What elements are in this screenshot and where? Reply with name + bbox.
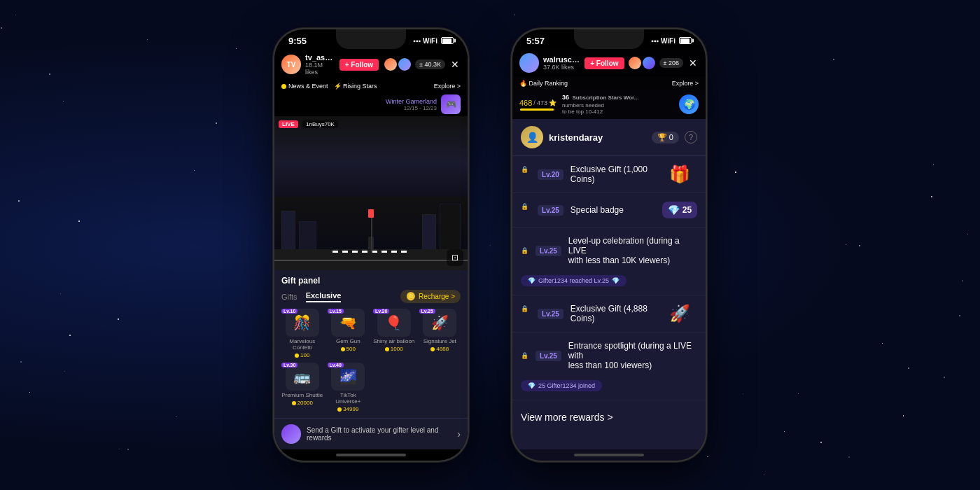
recharge-button[interactable]: 🪙 Recharge > — [400, 290, 461, 303]
reward-item-3: 🔒 Lv.25 Level-up celebration (during a L… — [512, 227, 706, 295]
explore-button-1[interactable]: Explore > — [434, 83, 461, 90]
close-button-1[interactable]: ✕ — [449, 57, 461, 71]
reward-level-2: Lv.25 — [538, 205, 564, 216]
reward-row-3: 🔒 Lv.25 Level-up celebration (during a L… — [521, 236, 697, 265]
avatar-2 — [519, 53, 539, 73]
sub-total: 473 — [537, 99, 547, 106]
close-button-2[interactable]: ✕ — [687, 56, 699, 70]
username-1: tv_asahi... — [305, 53, 335, 62]
reward-desc-4: Exclusive Gift (4,888 Coins) — [570, 304, 655, 323]
reward-level-1: Lv.20 — [538, 169, 564, 180]
copy-button[interactable]: ⊡ — [447, 249, 463, 266]
rewards-user-header: 👤 kristendaray 🏆 0 ? — [512, 119, 706, 156]
recharge-label: Recharge > — [419, 293, 455, 300]
street-scene — [274, 116, 468, 270]
sub-badge-count: 36 Subscription Stars Wor... — [562, 94, 673, 101]
likes-2: 37.6K likes — [543, 64, 580, 71]
gift-level-1: Lv.15 — [328, 309, 344, 314]
status-icons-2: ▪▪▪ WiFi — [651, 37, 692, 45]
sub-progress-area: 36 Subscription Stars Wor... numbers nee… — [562, 94, 673, 115]
sub-desc: Subscription Stars Wor... — [572, 94, 638, 101]
reward-item-5: 🔒 Lv.25 Entrance spotlight (during a LIV… — [512, 332, 706, 400]
user-info-2: walruscarp 37.6K likes — [543, 55, 580, 71]
gift-level-2: Lv.20 — [373, 309, 389, 314]
star-icon: ⭐ — [549, 99, 556, 106]
reward-item-2: 🔒 Lv.25 Special badge 💎 25 — [512, 193, 706, 227]
viewer-overlay: 1nBuys70K — [302, 120, 338, 128]
home-indicator-1 — [274, 449, 468, 461]
username-2: walruscarp — [543, 55, 580, 64]
notif-gem-icon-5: 💎 — [528, 382, 536, 389]
notif-gem-icon-3: 💎 — [528, 277, 536, 284]
gift-item-4[interactable]: Lv.30 🚌 Premium Shuttle 20000 — [281, 363, 323, 412]
likes-1: 18.1M likes — [305, 62, 335, 76]
gift-cta[interactable]: Send a Gift to activate your gifter leve… — [274, 418, 468, 449]
reward-level-4: Lv.25 — [538, 309, 564, 319]
reward-item-1: 🔒 Lv.20 Exclusive Gift (1,000 Coins) 🎁 — [512, 156, 706, 193]
video-scene — [274, 116, 468, 270]
follow-button-2[interactable]: + Follow — [584, 57, 624, 69]
subscription-banner: 468 / 473 ⭐ 36 Subscription Stars Wor... — [512, 90, 706, 119]
lock-icon-3: 🔒 — [521, 247, 528, 254]
gift-item-1[interactable]: Lv.15 🔫 Gem Gun 500 — [328, 309, 370, 358]
level-badge: 🏆 0 — [652, 132, 679, 144]
phone-2: 5:57 ▪▪▪ WiFi walruscarp 37.6K likes — [511, 28, 707, 462]
phone-1: 9:55 ▪▪▪ WiFi TV tv_asahi... 18.1M likes — [273, 28, 469, 462]
help-icon[interactable]: ? — [685, 131, 697, 144]
reward-icon-1: 🎁 — [662, 164, 697, 184]
gift-name-0: Marvelous Confetti — [281, 338, 323, 351]
gift-name-5: TikTok Universe+ — [328, 392, 370, 405]
tag-news-label: News & Event — [288, 83, 328, 90]
cta-arrow-icon: › — [457, 428, 461, 440]
tags-bar-1: News & Event ⚡ Rising Stars Explore > — [274, 80, 468, 92]
explore-button-2[interactable]: Explore > — [672, 80, 699, 87]
viewers-badge-2: ± 206 — [659, 58, 683, 68]
reward-desc-2: Special badge — [570, 205, 655, 215]
viewers-count-1: ± 40.3K — [419, 61, 441, 68]
gift-level-0: Lv.10 — [281, 309, 298, 314]
follow-button-1[interactable]: + Follow — [340, 59, 379, 71]
sub-detail: numbers neededto be top 10-412 — [562, 102, 673, 115]
lock-icon-4: 🔒 — [521, 305, 528, 312]
status-bar-1: 9:55 ▪▪▪ WiFi — [274, 29, 468, 49]
gift-item-5[interactable]: Lv.40 🌌 TikTok Universe+ 34999 — [328, 363, 370, 412]
notif-text-3: Gifter1234 reached Lv.25 — [538, 277, 609, 284]
tab-exclusive[interactable]: Exclusive — [306, 291, 342, 302]
gift-item-2[interactable]: Lv.20 🎈 Shiny air balloon 1000 — [373, 309, 415, 358]
user-info-1: tv_asahi... 18.1M likes — [305, 53, 335, 76]
badge-number: 25 — [682, 205, 692, 215]
reward-level-5: Lv.25 — [536, 351, 561, 361]
battery-icon-2 — [679, 37, 692, 44]
gift-level-5: Lv.40 — [328, 363, 344, 368]
road-line — [274, 260, 468, 261]
gift-price-3: 4888 — [430, 346, 449, 352]
banner-text: Winter Gamerland 12/15 - 12/23 — [386, 98, 437, 111]
notif-text-5: 25 Gifter1234 joined — [538, 382, 595, 389]
wifi-icon-2: WiFi — [661, 37, 676, 45]
video-area: LIVE 1nBuys70K ⊡ — [274, 116, 468, 270]
promo-banner: Winter Gamerland 12/15 - 12/23 🎮 — [274, 92, 468, 116]
rewards-username: kristendaray — [549, 132, 646, 143]
gift-item-3[interactable]: Lv.25 🚀 Signature Jet 4888 — [419, 309, 461, 358]
live-header-1: TV tv_asahi... 18.1M likes + Follow ± 40… — [274, 49, 468, 80]
gift-price-1: 500 — [341, 346, 356, 352]
gift-grid: Lv.10 🎊 Marvelous Confetti 100 Lv.15 🔫 G… — [281, 309, 461, 412]
gift-price-4: 20000 — [292, 400, 313, 406]
battery-icon — [441, 37, 454, 44]
viewers-count-2: ± 206 — [664, 59, 679, 66]
gift-level-3: Lv.25 — [419, 309, 435, 314]
gift-tabs: Gifts Exclusive 🪙 Recharge > — [281, 290, 461, 303]
notif-gem-icon-3b: 💎 — [612, 277, 620, 284]
level-value: 🏆 0 — [657, 133, 673, 142]
status-bar-2: 5:57 ▪▪▪ WiFi — [512, 29, 706, 49]
reward-desc-1: Exclusive Gift (1,000 Coins) — [570, 164, 655, 184]
tab-gifts[interactable]: Gifts — [281, 293, 298, 301]
rewards-panel: 👤 kristendaray 🏆 0 ? 🔒 Lv.20 Exclusive G… — [512, 119, 706, 449]
reward-notification-5: 💎 25 Gifter1234 joined — [521, 380, 602, 391]
phones-container: 9:55 ▪▪▪ WiFi TV tv_asahi... 18.1M likes — [273, 28, 707, 462]
gift-item-0[interactable]: Lv.10 🎊 Marvelous Confetti 100 — [281, 309, 323, 358]
avatar-group-4 — [643, 57, 655, 69]
gift-price-2: 1000 — [385, 346, 403, 352]
home-bar-2 — [574, 454, 644, 456]
view-more-button[interactable]: View more rewards > — [512, 400, 706, 434]
